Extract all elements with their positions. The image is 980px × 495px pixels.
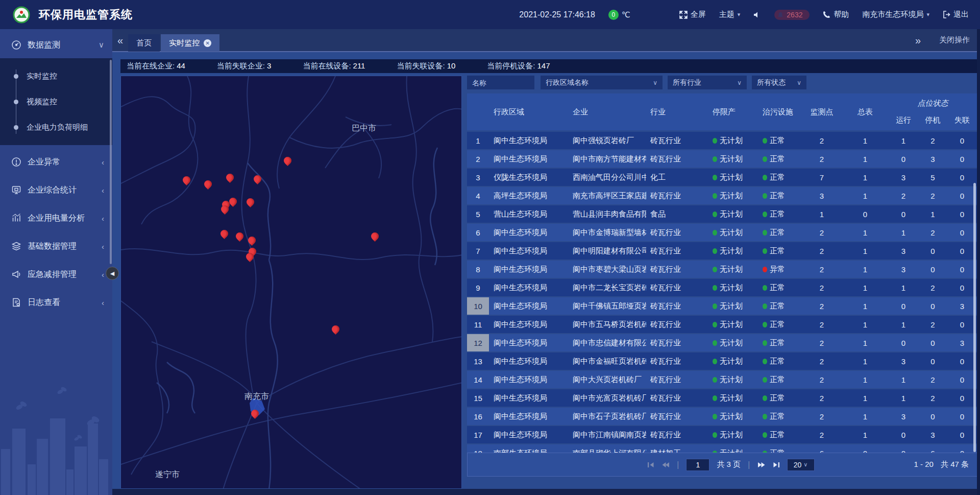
logout-button[interactable]: 退出 xyxy=(943,10,969,19)
table-row[interactable]: 5 营山生态环境局 营山县润丰肉食品有限 食品 无计划 正常 1 0 0 1 0 xyxy=(467,205,977,223)
sidebar-subitem[interactable]: 视频监控 xyxy=(0,89,112,114)
table-row[interactable]: 18 南部生态环境局 南部县砌华上河有限公 建材加工 无计划 正常 6 0 0 … xyxy=(467,444,977,453)
sidebar-subitem[interactable]: 实时监控 xyxy=(0,63,112,89)
map-pin[interactable] xyxy=(204,180,212,192)
map-pin[interactable] xyxy=(247,198,255,209)
sidebar-scrollbar[interactable] xyxy=(110,60,112,264)
close-operations-button[interactable]: 关闭操作 xyxy=(939,35,970,45)
table-row[interactable]: 12 阆中生态环境局 阆中市忠信建材有限公 砖瓦行业 无计划 正常 2 1 0 … xyxy=(467,334,977,351)
sidebar-item-0[interactable]: 数据监测 ∨ xyxy=(0,34,112,56)
map-pin[interactable] xyxy=(254,175,262,186)
sidebar-item-5[interactable]: 应急减排管理 ‹ xyxy=(0,263,112,286)
cell-monitor-count: 6 xyxy=(801,444,842,453)
table-row[interactable]: 8 阆中生态环境局 阆中市枣碧大梁山页岩 砖瓦行业 无计划 异常 2 1 3 0… xyxy=(467,261,977,278)
table-row[interactable]: 14 阆中生态环境局 阆中大兴页岩机砖厂 砖瓦行业 无计划 正常 2 1 1 2… xyxy=(467,371,977,388)
first-page-button[interactable] xyxy=(647,462,654,468)
close-icon[interactable]: ✕ xyxy=(204,39,211,47)
column-header-失联[interactable]: 失联 xyxy=(947,115,977,125)
sidebar-item-6[interactable]: 日志查看 ‹ xyxy=(0,291,112,314)
page-number-input[interactable] xyxy=(686,459,709,471)
map-pin[interactable] xyxy=(221,205,229,217)
table-header: 行政区域企业行业停限产治污设施监测点总表 点位状态 运行停机失联 xyxy=(467,93,977,130)
table-row[interactable]: 16 阆中生态环境局 阆中市石子页岩机砖厂 砖瓦行业 无计划 正常 2 1 3 … xyxy=(467,408,977,425)
cell-facility: 正常 xyxy=(755,224,801,241)
table-row[interactable]: 11 阆中生态环境局 阆中市五马桥页岩机砖 砖瓦行业 无计划 正常 2 1 1 … xyxy=(467,316,977,333)
map-pin[interactable] xyxy=(248,237,256,248)
table-row[interactable]: 6 阆中生态环境局 阆中市金博瑞新型墙材 砖瓦行业 无计划 正常 2 1 1 2… xyxy=(467,224,977,241)
column-header-2[interactable]: 企业 xyxy=(568,103,646,121)
sidebar-item-4[interactable]: 基础数据管理 ‹ xyxy=(0,235,112,257)
user-org-dropdown[interactable]: 南充市生态环境局 ▾ xyxy=(862,10,929,19)
notification-badge[interactable]: 2632 xyxy=(774,10,810,20)
last-page-button[interactable] xyxy=(773,462,780,468)
status-dot-green-icon xyxy=(763,395,767,401)
map-pin[interactable] xyxy=(246,253,254,264)
column-header-6[interactable]: 监测点 xyxy=(801,103,842,121)
status-dot-green-icon xyxy=(763,193,767,199)
column-header-运行[interactable]: 运行 xyxy=(888,115,919,125)
map-pin[interactable] xyxy=(236,232,244,244)
help-button[interactable]: 帮助 xyxy=(823,10,849,19)
table-row[interactable]: 17 阆中生态环境局 阆中市江南镇阆南页岩 砖瓦行业 无计划 正常 2 1 0 … xyxy=(467,426,977,443)
table-row[interactable]: 1 阆中生态环境局 阆中强锐页岩砖厂 砖瓦行业 无计划 正常 2 1 1 2 0 xyxy=(467,132,977,149)
cell-company: 阆中市枣碧大梁山页岩 xyxy=(568,261,646,278)
cell-monitor-count: 3 xyxy=(801,187,842,204)
map-pin[interactable] xyxy=(371,232,379,244)
map-panel[interactable]: 巴中市南充市遂宁市 xyxy=(120,76,462,489)
page-scrollbar-track[interactable] xyxy=(977,29,980,495)
page-size-select[interactable]: 20 ∨ xyxy=(787,459,815,471)
cell-meter-count: 1 xyxy=(842,352,888,370)
tabs-scroll-right-icon[interactable]: » xyxy=(910,35,926,45)
cell-stop-count: 0 xyxy=(919,408,947,425)
column-header-1[interactable]: 行政区域 xyxy=(489,103,568,121)
tab-0[interactable]: 首页 xyxy=(128,34,160,52)
column-header-7[interactable]: 总表 xyxy=(842,103,888,121)
cell-stop-plan: 无计划 xyxy=(709,371,755,388)
column-header-停机[interactable]: 停机 xyxy=(919,115,947,125)
sidebar-item-2[interactable]: 企业综合统计 ‹ xyxy=(0,179,112,201)
tabs-scroll-left-icon[interactable]: « xyxy=(112,35,128,45)
table-row[interactable]: 9 阆中生态环境局 阆中市二龙长宝页岩砖 砖瓦行业 无计划 正常 2 1 1 2… xyxy=(467,279,977,296)
column-header-5[interactable]: 治污设施 xyxy=(755,103,801,121)
sidebar-item-1[interactable]: 企业异常 ‹ xyxy=(0,151,112,173)
column-group-point-status: 点位状态 xyxy=(888,99,977,108)
map-pin[interactable] xyxy=(251,410,259,421)
cell-stop-count: 2 xyxy=(919,389,947,407)
tab-1[interactable]: 实时监控 ✕ xyxy=(161,34,219,52)
industry-select[interactable]: 所有行业 ∨ xyxy=(668,76,747,89)
column-header-3[interactable]: 行业 xyxy=(646,103,709,121)
cell-facility: 正常 xyxy=(755,426,801,443)
temperature-widget: 0 ℃ xyxy=(608,10,630,20)
map-pin[interactable] xyxy=(332,325,340,337)
table-row[interactable]: 3 仪陇生态环境局 西南油气田分公司川中 化工 无计划 正常 7 1 3 5 0 xyxy=(467,169,977,186)
map-pin[interactable] xyxy=(284,157,292,168)
table-scrollbar[interactable] xyxy=(973,183,976,452)
bullet-icon xyxy=(14,74,18,79)
fullscreen-button[interactable]: 全屏 xyxy=(679,10,706,19)
mute-button[interactable] xyxy=(753,11,761,18)
layers-icon xyxy=(11,241,21,251)
map-pin[interactable] xyxy=(226,174,234,185)
sidebar-subitem[interactable]: 企业电力负荷明细 xyxy=(0,114,112,140)
table-row[interactable]: 15 阆中生态环境局 阆中市光富页岩机砖厂 砖瓦行业 无计划 正常 2 1 1 … xyxy=(467,389,977,407)
map-pin[interactable] xyxy=(183,176,191,187)
theme-dropdown[interactable]: 主题 ▾ xyxy=(719,10,741,19)
map-pin[interactable] xyxy=(220,230,229,241)
column-header-0[interactable] xyxy=(467,103,489,121)
table-row[interactable]: 7 阆中生态环境局 阆中明阳建材有限公司 砖瓦行业 无计划 正常 2 1 3 0… xyxy=(467,242,977,260)
map-collapse-button[interactable]: ◀ xyxy=(106,267,119,280)
region-select[interactable]: 行政区域名称 ∨ xyxy=(541,76,663,89)
sidebar-item-3[interactable]: 企业用电量分析 ‹ xyxy=(0,207,112,229)
prev-page-button[interactable] xyxy=(662,462,670,468)
table-row[interactable]: 2 阆中生态环境局 阆中市南方节能建材有 砖瓦行业 无计划 正常 2 1 0 3… xyxy=(467,150,977,168)
next-page-button[interactable] xyxy=(757,462,766,468)
name-search-input[interactable] xyxy=(467,76,534,89)
map-pin[interactable] xyxy=(229,198,237,209)
status-dot-green-icon xyxy=(763,340,767,346)
table-row[interactable]: 4 高坪生态环境局 南充市高坪区王家店建 砖瓦行业 无计划 正常 3 1 2 2… xyxy=(467,187,977,204)
status-select[interactable]: 所有状态 ∨ xyxy=(752,76,806,89)
table-row[interactable]: 13 阆中生态环境局 阆中市金福旺页岩机砖 砖瓦行业 无计划 正常 2 1 3 … xyxy=(467,352,977,370)
table-row[interactable]: 10 阆中生态环境局 阆中千佛镇五郎垭页岩 砖瓦行业 无计划 正常 2 1 0 … xyxy=(467,297,977,315)
status-dot-green-icon xyxy=(713,156,717,162)
column-header-4[interactable]: 停限产 xyxy=(709,103,755,121)
